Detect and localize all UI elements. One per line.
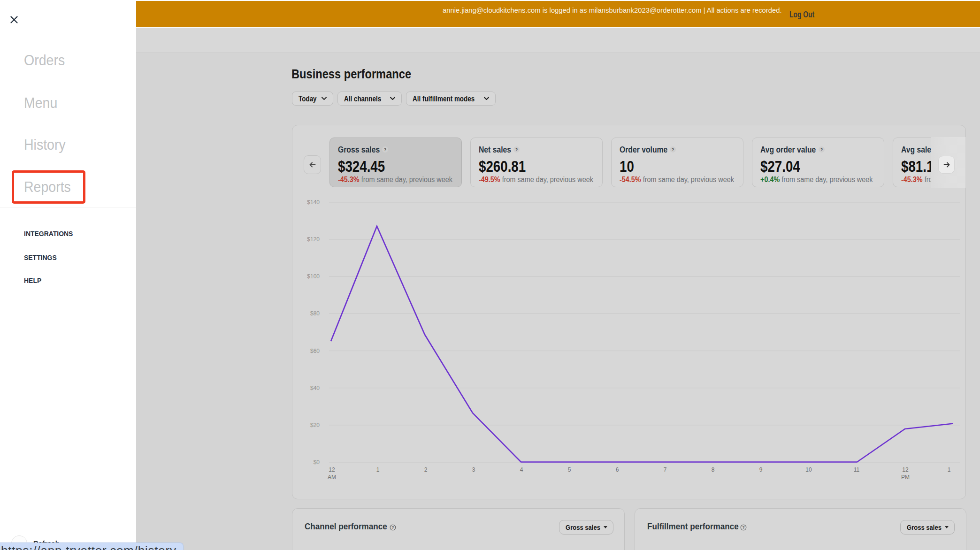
svg-text:10: 10 [805,466,812,473]
svg-text:AM: AM [328,474,336,481]
svg-text:PM: PM [901,474,910,481]
svg-text:$60: $60 [310,348,320,354]
svg-text:1: 1 [376,466,380,473]
svg-text:2: 2 [424,466,428,473]
svg-text:7: 7 [664,466,667,473]
svg-text:?: ? [391,525,394,530]
svg-text:1: 1 [948,466,951,473]
svg-text:6: 6 [616,466,619,473]
svg-text:$100: $100 [307,273,320,280]
svg-text:$0: $0 [314,459,320,466]
svg-text:12: 12 [329,466,335,473]
svg-text:$140: $140 [307,199,320,206]
svg-text:$80: $80 [310,310,320,317]
svg-text:$120: $120 [307,236,320,243]
svg-text:$20: $20 [310,422,320,428]
svg-text:9: 9 [759,466,763,473]
svg-text:$40: $40 [310,385,320,391]
svg-text:5: 5 [568,466,571,473]
svg-text:?: ? [742,525,744,530]
svg-text:3: 3 [472,466,475,473]
svg-text:8: 8 [712,466,715,473]
svg-text:4: 4 [520,466,523,473]
svg-text:12: 12 [902,466,909,473]
svg-text:11: 11 [854,466,860,473]
